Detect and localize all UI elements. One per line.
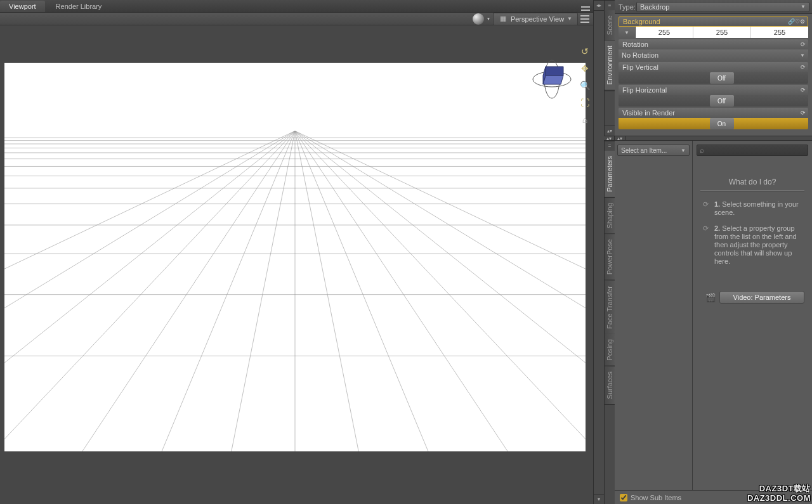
viewport-canvas[interactable]: ↺ ✥ 🔍 ⛶ ⌂ <box>0 25 593 504</box>
svg-line-34 <box>295 131 586 451</box>
property-label: Flip Horizontal <box>622 86 667 94</box>
tab-scene[interactable]: Scene <box>605 10 615 41</box>
panel-menu-icon[interactable]: ≡ <box>605 141 615 151</box>
svg-line-30 <box>295 131 566 451</box>
collapse-icon[interactable]: ▾ <box>594 494 604 504</box>
item-selector-label: Select an Item... <box>621 147 667 154</box>
property-label: Background <box>623 18 660 25</box>
toggle-knob: Off <box>710 72 734 84</box>
orbit-icon[interactable]: ↺ <box>578 44 592 58</box>
svg-line-21 <box>4 131 295 451</box>
tab-posing[interactable]: Posing <box>605 334 615 366</box>
chevron-down-icon: ▼ <box>567 16 572 22</box>
svg-line-33 <box>295 131 586 451</box>
property-label: Flip Vertical <box>622 63 658 71</box>
svg-line-23 <box>4 131 295 451</box>
tab-environment[interactable]: Environment <box>605 41 615 91</box>
viewport-tabs: Viewport Render Library <box>0 0 593 12</box>
color-g[interactable]: 255 <box>693 27 751 38</box>
toggle-knob: Off <box>710 95 734 107</box>
zoom-icon[interactable]: 🔍 <box>578 79 592 93</box>
svg-line-25 <box>125 131 295 451</box>
visible-toggle[interactable]: On <box>619 118 808 129</box>
home-icon[interactable]: ⌂ <box>578 113 592 127</box>
reset-icon[interactable]: ⟳ <box>801 110 806 116</box>
tab-parameters[interactable]: Parameters <box>605 151 615 198</box>
viewport-tools: ↺ ✥ 🔍 ⛶ ⌂ <box>578 44 592 127</box>
watermark: DAZ3DT载站 DAZ3DDL.COM <box>747 484 811 503</box>
color-b[interactable]: 255 <box>751 27 808 38</box>
right-tab-strip-upper-left: ◂▸ ▾ <box>593 0 604 504</box>
svg-line-26 <box>214 131 295 451</box>
property-list: Background 🔗♡⚙ ▼ 255 255 255 Rotation ⟳ <box>615 14 812 136</box>
reset-icon[interactable]: ⟳ <box>801 87 806 93</box>
color-dropdown-icon[interactable]: ▼ <box>619 27 636 38</box>
svg-line-31 <box>295 131 586 451</box>
type-label: Type: <box>619 3 636 11</box>
help-title: What do I do? <box>700 178 804 186</box>
collapse-icon[interactable]: ▴▾ <box>605 126 615 136</box>
color-r[interactable]: 255 <box>636 27 693 38</box>
property-flip-vertical-header[interactable]: Flip Vertical ⟳ <box>619 62 808 72</box>
view-cube[interactable] <box>530 57 574 101</box>
help-box: What do I do? 1. Select something in you… <box>693 158 812 311</box>
tab-face-transfer[interactable]: Face Transfer <box>605 281 615 335</box>
perspective-icon <box>499 15 508 23</box>
property-label: Visible in Render <box>622 109 675 117</box>
rotation-value: No Rotation <box>622 51 658 59</box>
svg-line-29 <box>295 131 465 451</box>
viewport-options-icon[interactable] <box>580 15 589 23</box>
search-icon: ⌕ <box>700 146 704 155</box>
property-icons[interactable]: 🔗♡⚙ <box>788 18 805 25</box>
chevron-down-icon: ▼ <box>681 148 686 153</box>
type-selector[interactable]: Backdrop ▼ <box>636 2 809 12</box>
collapse-icon[interactable]: ▴▾ <box>615 136 625 140</box>
clapperboard-icon: 🎬 <box>705 293 716 302</box>
reset-icon[interactable]: ⟳ <box>801 41 806 48</box>
flip-horizontal-toggle[interactable]: Off <box>619 95 808 107</box>
parameter-tree: Select an Item... ▼ <box>615 141 693 490</box>
svg-marker-4 <box>546 67 563 75</box>
panel-menu-icon[interactable]: ≡ <box>605 0 615 10</box>
viewport-tab-render-library[interactable]: Render Library <box>47 1 111 12</box>
property-visible-header[interactable]: Visible in Render ⟳ <box>619 108 808 118</box>
rotation-selector[interactable]: No Rotation ▼ <box>619 49 808 61</box>
svg-rect-35 <box>4 63 586 131</box>
view-selector[interactable]: Perspective View ▼ <box>493 13 578 25</box>
chevron-down-icon[interactable]: ▼ <box>487 17 490 21</box>
viewport-header: ▼ Perspective View ▼ <box>0 13 593 25</box>
frame-icon[interactable]: ⛶ <box>578 96 592 110</box>
type-value: Backdrop <box>640 3 669 11</box>
svg-line-20 <box>4 131 295 451</box>
tab-surfaces[interactable]: Surfaces <box>605 366 615 404</box>
svg-line-22 <box>4 131 295 451</box>
property-rotation-header[interactable]: Rotation ⟳ <box>619 39 808 49</box>
chevron-down-icon: ▼ <box>801 4 806 10</box>
tab-powerpose[interactable]: PowerPose <box>605 234 615 280</box>
reset-icon[interactable]: ⟳ <box>801 64 806 70</box>
svg-line-28 <box>295 131 376 451</box>
help-step-1: 1. Select something in your scene. <box>714 200 804 217</box>
property-flip-horizontal-header[interactable]: Flip Horizontal ⟳ <box>619 85 808 95</box>
show-sub-items-label: Show Sub Items <box>631 494 681 501</box>
shading-mode-icon[interactable] <box>473 13 484 25</box>
parameter-search[interactable]: ⌕ <box>697 145 808 156</box>
tab-shaping[interactable]: Shaping <box>605 198 615 234</box>
item-selector[interactable]: Select an Item... ▼ <box>617 145 690 156</box>
collapse-icon[interactable]: ◂▸ <box>594 0 604 10</box>
property-label: Rotation <box>622 41 648 48</box>
viewport-tab-viewport[interactable]: Viewport <box>0 1 45 12</box>
collapse-icon[interactable]: ▴▾ <box>604 136 615 140</box>
svg-marker-2 <box>543 75 563 84</box>
toggle-knob: On <box>710 118 734 129</box>
video-parameters-button[interactable]: Video: Parameters <box>719 291 804 304</box>
move-icon[interactable]: ✥ <box>578 61 592 75</box>
svg-line-24 <box>23 131 295 451</box>
parameter-main: ⌕ What do I do? 1. Select something in y… <box>693 141 812 490</box>
view-selector-label: Perspective View <box>511 15 564 23</box>
render-area <box>4 63 586 451</box>
show-sub-items-checkbox[interactable] <box>620 494 627 501</box>
flip-vertical-toggle[interactable]: Off <box>619 72 808 84</box>
chevron-down-icon: ▼ <box>800 53 805 58</box>
property-background-header[interactable]: Background 🔗♡⚙ <box>619 16 808 27</box>
